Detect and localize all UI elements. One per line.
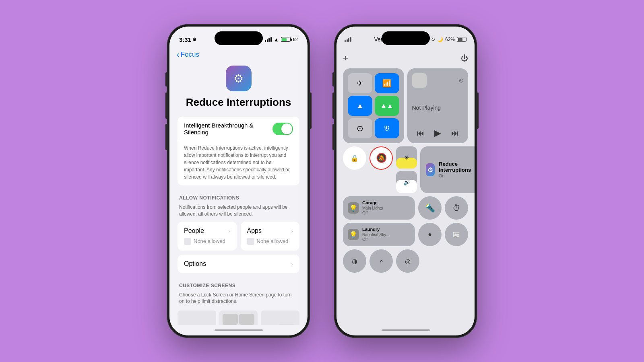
back-chevron-icon: ‹ [177,50,180,59]
cc-airplay-btn[interactable]: ⎋ [459,77,463,84]
cc-garage-lights-btn[interactable]: 💡 Garage Main Lights Off [343,196,415,220]
intelligent-toggle[interactable] [272,123,293,135]
allow-notifications-sub: Notifications from selected people and a… [178,203,299,222]
cc-add-button[interactable]: + [343,53,348,64]
cc-play-btn[interactable]: ▶ [434,128,441,138]
cc-flashlight-btn[interactable]: 🔦 [418,196,442,220]
options-card[interactable]: Options › [178,255,299,273]
cc-airdrop-btn[interactable]: ⊙ [348,118,372,138]
gear-small-icon: ⚙ [192,37,196,42]
phone-2: Verizon ▲ ⏰ ↻ 🌙 62% + ⏻ [334,24,477,338]
dynamic-island-1 [215,31,263,45]
cc-row-4: 💡 Laundry Nanoleaf Sky... Off ● 📰 [343,223,468,246]
cc-remote-btn[interactable]: ⚬ [369,249,393,273]
customize-screens-sub: Choose a Lock Screen or Home Screen page… [178,291,299,309]
cc-content: + ⏻ ✈ 📶 ▲ ▲▲ ⊙ 𝔅 ⎋ [336,48,475,325]
apps-chevron: › [291,228,293,234]
cc-media-artwork [412,73,427,88]
cc-garage-icon: 💡 [348,202,359,214]
cc-dark-mode-btn[interactable]: ◑ [343,249,366,273]
people-apps-grid: People › None allowed Apps › N [178,222,299,251]
volume-down-button [165,124,167,150]
reduce-interruptions-icon: ⚙ [226,66,252,91]
page-title: Reduce Interruptions [178,96,299,109]
cc-news-btn[interactable]: 📰 [445,223,468,246]
dynamic-island-2 [382,31,430,45]
cc-not-playing: Not Playing [412,105,464,111]
nav-bar-1: ‹ Focus [169,48,308,62]
phone-2-screen: Verizon ▲ ⏰ ↻ 🌙 62% + ⏻ [336,27,475,335]
cc-signal [345,37,351,42]
volume-up-button-2 [332,93,334,119]
home-screen-preview[interactable] [219,311,258,325]
screen-preview-row: 3:31 Choose [178,311,299,325]
page-icon-wrap: ⚙ [178,66,299,91]
toggle-card: Intelligent Breakthrough & Silencing Whe… [178,117,299,185]
cc-focus-icon: ⚙ [426,163,435,176]
cc-row-5: ◑ ⚬ ◎ [343,249,468,273]
mute-switch-2 [332,72,334,86]
phone-1-screen: 3:31 ⚙ ▲ 62 [169,27,308,335]
cc-media-card: ⎋ Not Playing ⏮ ▶ ⏭ [407,68,469,143]
people-chevron: › [228,228,230,234]
back-button[interactable]: ‹ Focus [177,50,199,59]
watch-screen-preview[interactable]: ⌚ [261,311,299,325]
status-right-1: ▲ 62 [265,37,298,43]
people-card[interactable]: People › None allowed [178,222,237,251]
cc-next-btn[interactable]: ⏭ [451,129,458,138]
power-button [310,93,312,129]
cc-volume-slider[interactable]: 🔊 [396,171,417,193]
cc-accessibility-btn[interactable]: ◎ [396,249,419,273]
cc-mute-btn[interactable]: 🔕 [369,146,393,170]
wifi-icon-1: ▲ [274,37,279,43]
phone-1: 3:31 ⚙ ▲ 62 [167,24,310,338]
dnd-icon: 🌙 [437,37,443,42]
toggle-row: Intelligent Breakthrough & Silencing [178,117,299,141]
cc-prev-btn[interactable]: ⏮ [417,129,424,138]
cc-wifi-btn[interactable]: ▲ [348,96,372,116]
cc-screen-record-btn[interactable]: ● [418,223,442,246]
volume-up-button [165,93,167,119]
volume-down-button-2 [332,124,334,150]
cc-connectivity-card: ✈ 📶 ▲ ▲▲ ⊙ 𝔅 [343,68,404,143]
cc-hotspot-btn[interactable]: 📶 [375,73,399,93]
status-time-1: 3:31 ⚙ [179,36,196,43]
mute-switch [165,72,167,86]
cc-topbar: + ⏻ [343,52,468,65]
signal-bars-1 [265,37,272,42]
power-button-2 [477,93,479,129]
allow-notifications-header: ALLOW NOTIFICATIONS [178,189,299,203]
toggle-label: Intelligent Breakthrough & Silencing [184,122,272,136]
apps-card[interactable]: Apps › None allowed [241,222,300,251]
options-chevron: › [291,261,293,267]
cc-airplane-btn[interactable]: ✈ [348,73,372,93]
customize-screens-header: CUSTOMIZE SCREENS [178,277,299,291]
home-indicator-2 [336,325,475,335]
toggle-description: When Reduce Interruptions is active, int… [178,141,299,185]
cc-row-3: 💡 Garage Main Lights Off 🔦 ⏱ [343,196,468,220]
lock-screen-preview[interactable]: 3:31 [178,311,216,325]
cc-laundry-icon: 💡 [348,229,359,240]
cc-cellular-btn[interactable]: ▲▲ [375,96,399,116]
settings-content: ⚙ Reduce Interruptions Intelligent Break… [169,62,308,325]
cc-media-controls: ⏮ ▶ ⏭ [412,128,464,138]
cc-bluetooth-btn[interactable]: 𝔅 [375,118,399,138]
cc-row-2: 🔒 🔕 ☀ 🔊 ⚙ Reduc [343,146,468,193]
rotation-icon: ↻ [431,37,435,42]
cc-laundry-lights-btn[interactable]: 💡 Laundry Nanoleaf Sky... Off [343,223,415,246]
cc-timer-btn[interactable]: ⏱ [445,196,468,220]
home-indicator-1 [169,325,308,335]
cc-focus-button[interactable]: ⚙ Reduce Interruptions On [420,146,475,193]
cc-brightness-slider[interactable]: ☀ [396,146,417,169]
battery-1: 62 [281,37,298,42]
cc-screen-lock-btn[interactable]: 🔒 [343,146,366,170]
cc-power-button[interactable]: ⏻ [461,54,468,63]
cc-row-1: ✈ 📶 ▲ ▲▲ ⊙ 𝔅 ⎋ Not Playing ⏮ [343,68,468,143]
